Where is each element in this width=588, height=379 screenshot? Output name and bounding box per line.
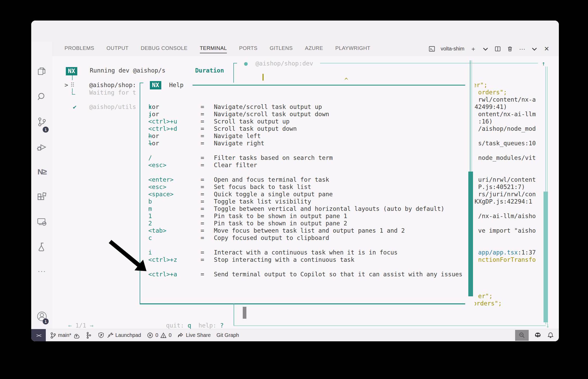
split-terminal-icon[interactable]: [494, 45, 501, 52]
right-pane-line: /nx-ai-llm/aisho: [478, 212, 536, 220]
tab-ports[interactable]: PORTS: [239, 44, 258, 54]
pane-bottom-left-border: [234, 303, 234, 326]
quit-help-hint: quit: q help: ?: [166, 322, 224, 329]
testing-icon[interactable]: [36, 241, 47, 252]
right-pane-line: orders";: [478, 89, 507, 96]
right-pane-line: ↓orders";: [475, 300, 502, 307]
problems-status[interactable]: 0 0: [147, 332, 171, 339]
tab-problems[interactable]: PROBLEMS: [65, 44, 94, 54]
pane2-scrollbar-thumb[interactable]: [544, 192, 548, 322]
title-bar: ✕ — ⤡ ← → aishop: [31, 21, 559, 41]
notifications-bell-icon[interactable]: [547, 332, 554, 339]
close-panel-icon[interactable]: ✕: [543, 45, 550, 52]
right-pane-line: uri/nrwl/content: [478, 176, 536, 183]
panel-tab-bar: PROBLEMSOUTPUTDEBUG CONSOLETERMINALPORTS…: [53, 41, 559, 56]
source-control-badge: 1: [43, 127, 49, 133]
warning-count: 0: [169, 332, 171, 338]
quit-key: q: [188, 322, 191, 329]
remote-indicator[interactable]: ><: [31, 329, 46, 341]
activity-bar: 1 N≥ ··· 1 ⚙ 1: [31, 41, 53, 329]
right-pane-border-a: [470, 60, 470, 172]
right-pane-line: rs/juri/nrwl/con: [478, 191, 536, 198]
right-pane-line: rwl/content/nx-a: [478, 96, 536, 103]
rocket-shield-icon: [98, 332, 105, 339]
right-pane-line: node_modules/vit: [478, 154, 536, 161]
remote-explorer-icon[interactable]: [36, 216, 48, 227]
right-pane-border-b: [471, 60, 472, 172]
right-pane-output: ↑er";orders";rwl/content/nx-a42499:41)on…: [475, 56, 544, 329]
right-pane-line: :16): [478, 118, 493, 125]
tab-debug-console[interactable]: DEBUG CONSOLE: [141, 44, 188, 54]
git-graph-button[interactable]: Git Graph: [216, 332, 239, 338]
status-bar: >< main* Lau: [31, 329, 559, 341]
right-pane-line: app/app.tsx:1:37: [478, 249, 536, 256]
terminal-icon: [429, 45, 435, 52]
plug-icon: [107, 332, 113, 339]
right-pane-line: KXgDP.js:42294:1: [475, 198, 532, 205]
pane-bottom-border: [234, 325, 546, 326]
maximize-panel-icon[interactable]: [531, 45, 538, 52]
pager-count: 1/1: [75, 322, 86, 329]
search-sidebar-icon[interactable]: [37, 92, 47, 102]
more-actions-icon[interactable]: ···: [519, 45, 526, 52]
right-pane-line: /aishop/node_mod: [478, 125, 536, 132]
red-annotation-arrow: [105, 238, 150, 274]
extensions-icon[interactable]: [36, 191, 47, 202]
terminal-canvas: NX Running dev @aishop/s Duration ● @ais…: [53, 56, 559, 329]
pipeline-status[interactable]: [86, 332, 92, 339]
tab-output[interactable]: OUTPUT: [106, 44, 129, 54]
right-pane-line: ontent/nx-ai-llm: [478, 110, 536, 118]
vscode-window: ✕ — ⤡ ← → aishop: [31, 21, 559, 341]
kill-terminal-icon[interactable]: [507, 45, 513, 52]
pipeline-icon: [86, 332, 92, 339]
warning-icon: [160, 332, 167, 339]
pager-right-icon[interactable]: →: [90, 322, 93, 329]
task-pager[interactable]: ← 1/1 →: [68, 322, 93, 329]
git-graph-label: Git Graph: [216, 332, 239, 338]
more-views-icon[interactable]: ···: [38, 267, 46, 275]
error-icon: [147, 332, 154, 339]
explorer-icon[interactable]: [37, 66, 47, 77]
branch-status[interactable]: main*: [50, 332, 80, 339]
zoom-status-button[interactable]: [515, 330, 529, 341]
live-share-label: Live Share: [186, 332, 211, 338]
account-badge: 1: [43, 318, 49, 324]
tab-azure[interactable]: AZURE: [305, 44, 323, 54]
right-pane-scrollbar-thumb[interactable]: [468, 172, 473, 296]
right-pane-line: P.js:40521:7): [478, 183, 525, 191]
scroll-down-icon[interactable]: ↓: [546, 322, 549, 329]
live-share-icon: [177, 332, 184, 339]
launchpad-label: Launchpad: [115, 332, 141, 338]
publish-icon[interactable]: [73, 332, 80, 339]
launchpad-button[interactable]: Launchpad: [98, 332, 141, 339]
run-debug-icon[interactable]: [36, 142, 48, 153]
right-pane-line: nctionForTransfo: [478, 256, 536, 263]
remote-icon: ><: [36, 332, 41, 338]
panel-tabs: PROBLEMSOUTPUTDEBUG CONSOLETERMINALPORTS…: [53, 44, 370, 54]
source-control-icon[interactable]: [36, 116, 47, 127]
help-key: ?: [220, 322, 224, 329]
tab-gitlens[interactable]: GITLENS: [270, 44, 293, 54]
right-pane-line: ↑er";: [475, 81, 487, 89]
right-pane-line: ve import "aisho: [478, 227, 536, 234]
right-pane-line: s/task_queues:10: [478, 140, 536, 147]
tab-terminal[interactable]: TERMINAL: [200, 44, 227, 54]
terminal-dropdown-icon[interactable]: [482, 45, 489, 52]
branch-name: main*: [58, 332, 71, 338]
pane-bottom-scrollbar[interactable]: [243, 307, 246, 319]
right-pane-line: 42499:41): [475, 103, 507, 110]
error-count: 0: [155, 332, 158, 338]
zoom-out-icon: [519, 332, 525, 339]
new-terminal-button[interactable]: ＋: [470, 45, 477, 52]
pager-left-icon[interactable]: ←: [68, 322, 72, 329]
nx-console-icon[interactable]: N≥: [37, 167, 46, 176]
tab-playwright[interactable]: PLAYWRIGHT: [335, 44, 370, 54]
terminal-session-name[interactable]: volta-shim: [441, 46, 464, 52]
git-branch-icon: [50, 332, 56, 339]
right-pane-line: er";: [478, 292, 493, 300]
live-share-button[interactable]: Live Share: [177, 332, 211, 339]
copilot-status-icon[interactable]: [534, 331, 542, 339]
